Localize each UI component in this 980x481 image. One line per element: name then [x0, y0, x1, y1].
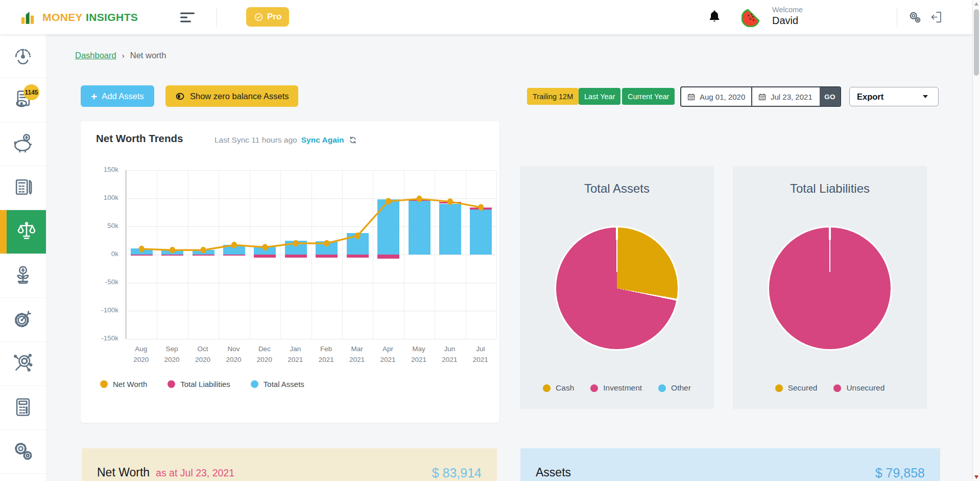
total-assets-pie[interactable]: [556, 227, 678, 349]
legend-dot: [775, 384, 783, 392]
bar-total-liabilities[interactable]: [285, 255, 307, 258]
sidebar-item-savings[interactable]: [0, 122, 46, 166]
legend-item[interactable]: Investment: [590, 383, 642, 393]
scroll-down-arrow[interactable]: [974, 475, 978, 479]
bar-total-liabilities[interactable]: [377, 255, 399, 259]
bar-total-assets[interactable]: [470, 210, 492, 255]
bar-total-liabilities[interactable]: [439, 202, 461, 203]
sidebar-item-net-worth[interactable]: [0, 210, 46, 254]
scroll-up-arrow[interactable]: [974, 2, 978, 6]
bar-total-assets[interactable]: [223, 245, 245, 255]
bar-total-assets[interactable]: [161, 250, 183, 255]
export-dropdown[interactable]: Export: [849, 87, 939, 106]
go-button[interactable]: GO: [820, 87, 840, 106]
bar-total-liabilities[interactable]: [316, 255, 338, 258]
scale-icon: [15, 220, 38, 244]
sidebar-item-ledger[interactable]: [0, 166, 46, 210]
legend-item[interactable]: Net Worth: [100, 380, 147, 388]
logout-icon[interactable]: [929, 10, 943, 24]
bar-total-assets[interactable]: [193, 250, 214, 255]
brand-insights: INSIGHTS: [86, 11, 138, 23]
refresh-icon[interactable]: [348, 135, 357, 145]
search-network-icon: [12, 352, 34, 376]
plus-icon: +: [91, 91, 97, 102]
v-gridline: [280, 170, 281, 339]
bar-total-liabilities[interactable]: [409, 199, 431, 201]
x-axis-label: Jan2021: [279, 344, 311, 365]
legend-item[interactable]: Total Assets: [251, 380, 304, 388]
date-to-field[interactable]: Jul 23, 2021: [752, 87, 820, 106]
bar-total-liabilities[interactable]: [193, 255, 214, 256]
scrollbar-thumb[interactable]: [974, 9, 979, 76]
brand-money: MONEY: [42, 11, 83, 23]
last-year-button[interactable]: Last Year: [579, 88, 620, 105]
sidebar-item-dashboard[interactable]: [0, 34, 46, 78]
sidebar-item-calculators[interactable]: [0, 386, 46, 430]
user-menu[interactable]: Welcome David: [772, 6, 803, 27]
bar-total-assets[interactable]: [254, 246, 276, 255]
calendar-icon: [687, 93, 696, 101]
bar-total-liabilities[interactable]: [470, 208, 492, 210]
card-title: Assets: [536, 466, 571, 479]
bar-total-liabilities[interactable]: [347, 255, 369, 258]
ledger-icon: [12, 176, 34, 200]
current-year-button[interactable]: Current Year: [622, 88, 675, 105]
sidebar-item-goals[interactable]: [0, 298, 46, 342]
legend-item[interactable]: Total Liabilities: [168, 380, 230, 388]
header-divider: [217, 7, 217, 27]
check-circle-icon: [254, 12, 264, 22]
date-from-field[interactable]: Aug 01, 2020: [681, 87, 752, 106]
y-axis-label: -100k: [101, 306, 118, 314]
sidebar-item-bills[interactable]: 1145: [0, 78, 46, 122]
legend-item[interactable]: Cash: [543, 383, 574, 393]
pro-label: Pro: [267, 12, 281, 22]
x-axis-label: Feb2021: [310, 344, 342, 365]
bar-total-liabilities[interactable]: [161, 255, 183, 256]
date-from-value: Aug 01, 2020: [700, 93, 745, 101]
total-assets-panel: Total Assets CashInvestmentOther: [520, 166, 714, 409]
date-range-picker: Aug 01, 2020 Jul 23, 2021 GO: [680, 86, 841, 107]
export-label: Export: [857, 92, 883, 102]
x-axis-label: May2021: [403, 344, 435, 365]
legend-dot: [100, 380, 108, 388]
bar-total-assets[interactable]: [409, 201, 431, 255]
notifications-bell-icon[interactable]: [707, 9, 722, 24]
x-axis-label: Dec2020: [249, 344, 280, 365]
bar-total-liabilities[interactable]: [254, 255, 276, 258]
breadcrumb-current: Net worth: [130, 51, 166, 60]
breadcrumb-dashboard-link[interactable]: Dashboard: [75, 51, 116, 60]
bar-total-liabilities[interactable]: [223, 255, 245, 256]
v-gridline: [157, 170, 157, 339]
add-assets-button[interactable]: + Add Assets: [81, 85, 154, 107]
bar-total-assets[interactable]: [285, 241, 307, 255]
brand-logo[interactable]: MONEY INSIGHTS: [20, 10, 138, 25]
legend-item[interactable]: Other: [658, 383, 691, 393]
x-axis-label: Nov2020: [218, 344, 250, 365]
sync-again-link[interactable]: Sync Again: [301, 135, 344, 145]
show-zero-balance-button[interactable]: Show zero balance Assets: [165, 85, 298, 107]
legend-dot: [543, 384, 551, 392]
legend-dot: [168, 380, 175, 388]
legend-dot: [833, 384, 841, 392]
menu-toggle-icon[interactable]: [180, 10, 196, 25]
gauge-icon: [12, 44, 34, 68]
sidebar-item-analysis[interactable]: [0, 342, 46, 386]
bar-total-assets[interactable]: [439, 204, 461, 255]
y-axis-label: 150k: [104, 166, 118, 173]
sidebar-item-investments[interactable]: [0, 254, 46, 298]
pro-button[interactable]: Pro: [246, 7, 289, 27]
sidebar-item-settings[interactable]: [0, 430, 46, 474]
settings-gear-icon[interactable]: [908, 10, 922, 24]
date-to-value: Jul 23, 2021: [771, 93, 812, 101]
legend-item[interactable]: Secured: [775, 383, 818, 393]
vertical-scrollbar[interactable]: [972, 0, 980, 481]
bar-total-liabilities[interactable]: [131, 255, 153, 256]
bar-total-assets[interactable]: [347, 233, 369, 255]
bar-total-assets[interactable]: [377, 199, 399, 255]
trailing-12m-button[interactable]: Trailing 12M: [527, 88, 579, 105]
total-liabilities-pie[interactable]: [769, 227, 891, 349]
bar-total-assets[interactable]: [131, 248, 153, 255]
legend-item[interactable]: Unsecured: [833, 383, 885, 393]
user-avatar-watermelon[interactable]: [742, 7, 762, 27]
bar-total-assets[interactable]: [316, 241, 338, 255]
